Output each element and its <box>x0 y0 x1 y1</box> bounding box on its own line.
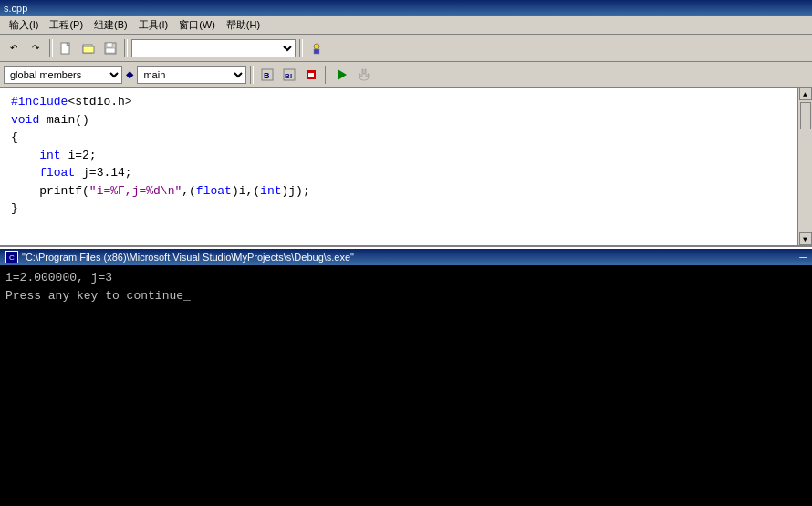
save-file-icon <box>104 42 117 55</box>
open-brace: { <box>11 129 18 147</box>
svg-marker-14 <box>338 69 347 80</box>
console-output-text2: Press any key to continue_ <box>5 289 191 303</box>
menu-input[interactable]: 输入(I) <box>4 16 44 34</box>
svg-rect-4 <box>107 43 112 47</box>
int-keyword: int <box>39 147 60 165</box>
menu-project[interactable]: 工程(P) <box>44 16 88 34</box>
redo-button[interactable]: ↷ <box>26 38 46 58</box>
toolbar-secondary: global members ◆ main B B! <box>0 62 812 88</box>
compile-icon: B <box>260 67 275 82</box>
compile-button[interactable]: B <box>257 65 277 85</box>
editor-scrollbar[interactable]: ▲ ▼ <box>797 88 812 245</box>
scroll-thumb[interactable] <box>800 102 811 129</box>
method-dropdown[interactable]: main <box>137 66 246 84</box>
title-bar: s.cpp <box>0 0 812 16</box>
code-line-3: { <box>11 129 786 147</box>
wizard-icon <box>310 42 323 55</box>
menu-bar: 输入(I) 工程(P) 组建(B) 工具(I) 窗口(W) 帮助(H) <box>0 16 812 35</box>
scroll-up-arrow[interactable]: ▲ <box>799 88 812 100</box>
stop-icon <box>304 67 318 82</box>
save-file-button[interactable] <box>100 38 120 58</box>
code-line-1: #include<stdio.h> <box>11 93 786 111</box>
separator-4 <box>250 66 254 84</box>
open-file-icon <box>82 42 95 55</box>
include-header: <stdio.h> <box>68 93 131 111</box>
editor-content: #include<stdio.h> void main() { int i=2;… <box>0 88 797 245</box>
string-literal: "i=%F,j=%d\n" <box>89 182 182 201</box>
redo-icon: ↷ <box>32 43 39 53</box>
console-window: C "C:\Program Files (x86)\Microsoft Visu… <box>0 247 812 506</box>
scroll-down-arrow[interactable]: ▼ <box>799 232 812 245</box>
menu-build[interactable]: 组建(B) <box>88 16 133 34</box>
svg-rect-5 <box>106 48 115 53</box>
toolbar-main: ↶ ↷ <box>0 35 812 62</box>
code-line-6: printf("i=%F,j=%d\n",(float)i,(int)j); <box>11 182 786 201</box>
nav-dropdown[interactable] <box>131 39 296 57</box>
console-title-left: C "C:\Program Files (x86)\Microsoft Visu… <box>5 251 354 263</box>
svg-text:B: B <box>264 71 270 80</box>
svg-rect-2 <box>83 46 94 53</box>
new-file-button[interactable] <box>57 38 77 58</box>
new-file-icon <box>60 42 73 55</box>
code-line-2: void main() <box>11 111 786 129</box>
stop-build-button[interactable] <box>301 65 321 85</box>
build-button[interactable]: B! <box>279 65 299 85</box>
menu-tools[interactable]: 工具(I) <box>133 16 173 34</box>
class-dropdown[interactable]: global members <box>4 66 122 84</box>
cast-int: int <box>260 182 281 201</box>
code-area[interactable]: #include<stdio.h> void main() { int i=2;… <box>0 88 797 223</box>
diamond-icon: ◆ <box>126 67 133 82</box>
void-keyword: void <box>11 111 39 129</box>
console-output-line2: Press any key to continue_ <box>5 287 807 305</box>
include-keyword: #include <box>11 93 68 111</box>
svg-text:B!: B! <box>285 72 292 80</box>
main-content: #include<stdio.h> void main() { int i=2;… <box>0 88 812 506</box>
close-brace: } <box>11 200 18 218</box>
separator-2 <box>124 39 128 57</box>
code-line-5: float j=3.14; <box>11 164 786 182</box>
code-line-7: } <box>11 200 786 218</box>
svg-rect-7 <box>314 49 319 54</box>
separator-3 <box>299 39 303 57</box>
undo-button[interactable]: ↶ <box>4 38 24 58</box>
cast-float: float <box>196 182 232 201</box>
console-body: i=2.000000, j=3 Press any key to continu… <box>0 265 812 308</box>
code-line-4: int i=2; <box>11 147 786 165</box>
debug-button[interactable] <box>354 65 374 85</box>
menu-window[interactable]: 窗口(W) <box>173 16 221 34</box>
debug-icon <box>357 67 371 82</box>
float-keyword: float <box>39 164 75 182</box>
svg-point-6 <box>314 44 319 49</box>
menu-help[interactable]: 帮助(H) <box>221 16 265 34</box>
undo-icon: ↶ <box>10 43 17 53</box>
separator-1 <box>49 39 53 57</box>
run-button[interactable] <box>332 65 352 85</box>
console-window-icon: C <box>5 251 18 263</box>
build-icon: B! <box>282 67 297 82</box>
open-file-button[interactable] <box>78 38 99 58</box>
svg-rect-13 <box>308 73 314 77</box>
wizard-button[interactable] <box>307 38 327 58</box>
title-text: s.cpp <box>4 3 27 14</box>
console-close-button[interactable]: ─ <box>799 252 807 263</box>
console-output-line1: i=2.000000, j=3 <box>5 269 807 287</box>
console-title-text: "C:\Program Files (x86)\Microsoft Visual… <box>22 252 354 263</box>
run-icon <box>335 67 349 82</box>
separator-5 <box>325 66 328 84</box>
code-editor[interactable]: #include<stdio.h> void main() { int i=2;… <box>0 88 812 247</box>
console-title-bar: C "C:\Program Files (x86)\Microsoft Visu… <box>0 249 812 265</box>
